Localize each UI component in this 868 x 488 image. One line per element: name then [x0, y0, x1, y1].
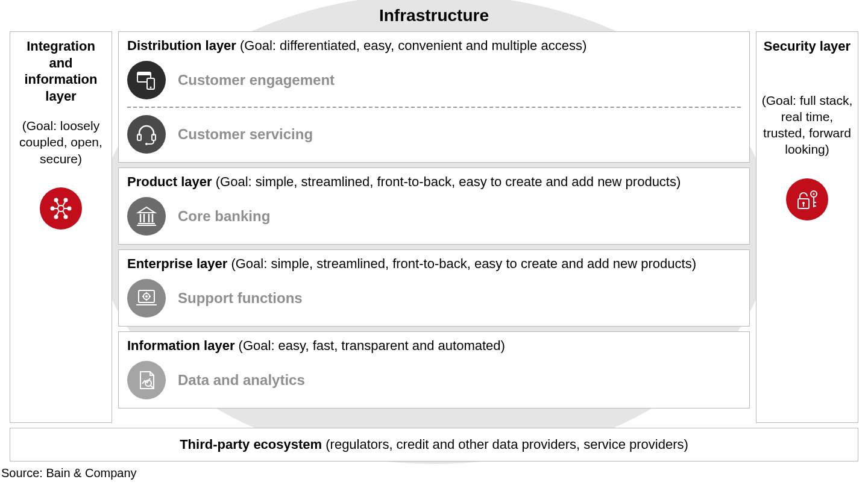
svg-line-36	[151, 386, 153, 388]
svg-point-1	[51, 206, 55, 210]
data-analytics-row: Data and analytics	[127, 357, 741, 403]
product-title-bold: Product layer	[127, 174, 212, 189]
enterprise-layer-box: Enterprise layer (Goal: simple, streamli…	[118, 249, 750, 327]
svg-line-12	[63, 211, 65, 215]
third-party-title-rest: (regulators, credit and other data provi…	[322, 437, 688, 452]
customer-engagement-label: Customer engagement	[178, 72, 335, 89]
product-title-rest: (Goal: simple, streamlined, front-to-bac…	[212, 174, 681, 189]
product-title: Product layer (Goal: simple, streamlined…	[127, 174, 741, 190]
svg-line-11	[57, 211, 59, 215]
third-party-ecosystem-box: Third-party ecosystem (regulators, credi…	[10, 428, 858, 461]
svg-point-5	[54, 214, 58, 219]
distribution-title-rest: (Goal: differentiated, easy, convenient …	[236, 38, 587, 53]
data-analytics-label: Data and analytics	[178, 372, 305, 389]
devices-icon	[127, 61, 166, 99]
svg-point-3	[54, 198, 58, 202]
bank-icon	[127, 197, 166, 236]
security-heading: Security layer	[764, 38, 851, 55]
svg-point-19	[145, 143, 148, 145]
enterprise-title-rest: (Goal: simple, streamlined, front-to-bac…	[227, 256, 696, 271]
information-title-bold: Information layer	[127, 338, 234, 353]
svg-line-9	[57, 202, 59, 206]
integration-heading: Integration and information layer	[15, 38, 107, 104]
diagram-container: Infrastructure Integration and informati…	[0, 0, 868, 480]
customer-servicing-label: Customer servicing	[178, 126, 313, 143]
customer-engagement-row: Customer engagement	[127, 57, 741, 103]
distribution-title: Distribution layer (Goal: differentiated…	[127, 38, 741, 54]
network-icon	[40, 187, 82, 230]
information-title-rest: (Goal: easy, fast, transparent and autom…	[234, 338, 505, 353]
source-attribution: Source: Bain & Company	[1, 466, 858, 480]
svg-point-6	[64, 214, 68, 219]
support-functions-label: Support functions	[178, 290, 303, 307]
lock-key-icon	[786, 178, 828, 221]
svg-point-4	[64, 198, 68, 202]
dashed-divider	[127, 107, 741, 108]
customer-servicing-row: Customer servicing	[127, 111, 741, 157]
main-grid: Integration and information layer (Goal:…	[10, 31, 858, 423]
support-functions-row: Support functions	[127, 275, 741, 321]
third-party-title: Third-party ecosystem (regulators, credi…	[19, 437, 849, 452]
product-layer-box: Product layer (Goal: simple, streamlined…	[118, 167, 750, 245]
integration-layer-column: Integration and information layer (Goal:…	[10, 31, 112, 423]
svg-point-0	[58, 205, 64, 211]
svg-point-2	[68, 206, 72, 210]
information-layer-box: Information layer (Goal: easy, fast, tra…	[118, 331, 750, 408]
svg-point-41	[813, 193, 815, 195]
security-goal: (Goal: full stack, real time, trusted, f…	[761, 92, 853, 158]
title-row: Infrastructure	[10, 6, 858, 25]
center-stack: Distribution layer (Goal: differentiated…	[118, 31, 750, 423]
distribution-layer-box: Distribution layer (Goal: differentiated…	[118, 31, 750, 163]
svg-rect-14	[137, 72, 151, 75]
integration-goal: (Goal: loosely coupled, open, secure)	[15, 117, 107, 167]
svg-line-10	[63, 202, 65, 206]
enterprise-title: Enterprise layer (Goal: simple, streamli…	[127, 256, 741, 272]
security-layer-column: Security layer (Goal: full stack, real t…	[756, 31, 858, 423]
gear-laptop-icon	[127, 279, 166, 318]
enterprise-title-bold: Enterprise layer	[127, 256, 227, 271]
third-party-title-bold: Third-party ecosystem	[180, 437, 322, 452]
analytics-icon	[127, 361, 166, 399]
headset-icon	[127, 115, 166, 154]
information-title: Information layer (Goal: easy, fast, tra…	[127, 338, 741, 354]
svg-point-30	[145, 295, 148, 298]
svg-point-16	[150, 87, 152, 89]
distribution-title-bold: Distribution layer	[127, 38, 236, 53]
core-banking-row: Core banking	[127, 193, 741, 239]
main-title: Infrastructure	[379, 6, 489, 25]
core-banking-label: Core banking	[178, 208, 270, 225]
svg-point-38	[802, 202, 805, 204]
